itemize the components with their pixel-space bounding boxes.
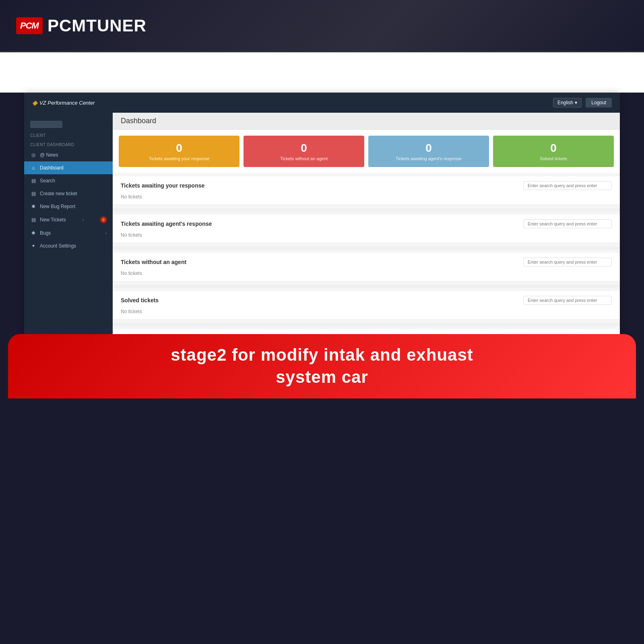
account-settings-icon: ✦ bbox=[30, 243, 37, 249]
bug-report-icon: ✱ bbox=[30, 204, 37, 209]
sidebar-item-news-label: @ News bbox=[40, 152, 58, 158]
stat-label-agent-response: Tickets awaiting agent's response bbox=[374, 156, 483, 161]
stat-number-without-agent: 0 bbox=[250, 142, 358, 155]
stat-number-agent-response: 0 bbox=[374, 142, 483, 155]
divider-1 bbox=[113, 208, 620, 211]
sidebar-item-account-settings[interactable]: ✦ Account Settings bbox=[24, 239, 113, 252]
section-header-solved: Solved tickets bbox=[113, 291, 620, 307]
search-icon: ▤ bbox=[30, 178, 37, 184]
app-window: ◈ VZ Performance Center English ▾ Logout… bbox=[24, 93, 620, 338]
sidebar-item-bugs-label: Bugs bbox=[40, 230, 51, 236]
pcm-logo-icon: PCM bbox=[16, 17, 43, 34]
section-title-without-agent: Tickets without an agent bbox=[121, 259, 186, 265]
sidebar-item-news[interactable]: ◎ @ News bbox=[24, 149, 113, 161]
sidebar-item-create-ticket[interactable]: ▤ Create new ticket bbox=[24, 187, 113, 200]
user-bar bbox=[30, 121, 62, 128]
divider-2 bbox=[113, 246, 620, 250]
language-label: English bbox=[557, 100, 573, 105]
new-tickets-icon: ▤ bbox=[30, 217, 37, 223]
user-section bbox=[24, 117, 113, 130]
sidebar-item-account-settings-label: Account Settings bbox=[40, 243, 76, 249]
stat-number-solved: 0 bbox=[499, 142, 608, 155]
section-without-agent: Tickets without an agent No tickets bbox=[113, 253, 620, 281]
sidebar-item-bug-report-label: New Bug Report bbox=[40, 204, 75, 209]
pcm-logo-text: PCMTUNER bbox=[47, 16, 147, 35]
stat-number-awaiting: 0 bbox=[125, 142, 233, 155]
sidebar-item-dashboard-label: Dashboard bbox=[40, 165, 64, 171]
bottom-line1: stage2 for modify intak and exhuast bbox=[171, 344, 473, 366]
news-icon: ◎ bbox=[30, 152, 37, 158]
divider-4 bbox=[113, 323, 620, 326]
sidebar: CLIENT CLIENT DASHBOARD ◎ @ News ⌂ Dashb… bbox=[24, 113, 113, 338]
search-input-without-agent[interactable] bbox=[523, 258, 612, 266]
bottom-line2: system car bbox=[171, 366, 473, 388]
section-body-without-agent: No tickets bbox=[113, 269, 620, 281]
search-input-solved[interactable] bbox=[523, 296, 612, 305]
section-title-solved: Solved tickets bbox=[121, 297, 159, 303]
app-body: CLIENT CLIENT DASHBOARD ◎ @ News ⌂ Dashb… bbox=[24, 113, 620, 338]
gap-area bbox=[0, 52, 644, 93]
dark-bg-bottom: stage2 for modify intak and exhuast syst… bbox=[0, 338, 644, 398]
sidebar-item-bug-report[interactable]: ✱ New Bug Report bbox=[24, 200, 113, 213]
sidebar-item-bugs[interactable]: ✱ Bugs › bbox=[24, 227, 113, 239]
brand-icon: ◈ bbox=[32, 99, 37, 107]
bottom-banner-text: stage2 for modify intak and exhuast syst… bbox=[171, 344, 473, 388]
language-selector[interactable]: English ▾ bbox=[553, 98, 582, 107]
section-solved-tickets: Solved tickets No tickets bbox=[113, 291, 620, 320]
stat-label-awaiting: Tickets awaiting your response bbox=[125, 156, 233, 161]
logout-button[interactable]: Logout bbox=[586, 98, 612, 107]
header-right: English ▾ Logout bbox=[553, 98, 612, 107]
bugs-icon: ✱ bbox=[30, 230, 37, 236]
stat-label-without-agent: Tickets without an agent bbox=[250, 156, 358, 161]
main-content: Dashboard 0 Tickets awaiting your respon… bbox=[113, 113, 620, 338]
brand-name: VZ Performance Center bbox=[39, 100, 95, 106]
section-header-awaiting: Tickets awaiting your response bbox=[113, 176, 620, 192]
app-brand: ◈ VZ Performance Center bbox=[32, 99, 95, 107]
divider-3 bbox=[113, 285, 620, 288]
section-body-agent: No tickets bbox=[113, 231, 620, 243]
search-input-agent[interactable] bbox=[523, 219, 612, 228]
stat-card-awaiting-response[interactable]: 0 Tickets awaiting your response bbox=[119, 136, 239, 167]
stat-card-solved[interactable]: 0 Solved tickets bbox=[493, 136, 614, 167]
sidebar-item-new-tickets-label: New Tickets bbox=[40, 217, 66, 223]
section-body-awaiting: No tickets bbox=[113, 192, 620, 205]
sidebar-item-create-ticket-label: Create new ticket bbox=[40, 191, 77, 196]
main-header: Dashboard bbox=[113, 113, 620, 130]
app-header: ◈ VZ Performance Center English ▾ Logout bbox=[24, 93, 620, 113]
section-body-solved: No tickets bbox=[113, 307, 620, 320]
sidebar-item-dashboard[interactable]: ⌂ Dashboard bbox=[24, 161, 113, 174]
section-title-awaiting: Tickets awaiting your response bbox=[121, 182, 204, 189]
sidebar-item-search[interactable]: ▤ Search bbox=[24, 174, 113, 187]
stats-row: 0 Tickets awaiting your response 0 Ticke… bbox=[113, 130, 620, 173]
create-ticket-icon: ▤ bbox=[30, 191, 37, 196]
new-tickets-badge: 0 bbox=[100, 217, 107, 223]
bottom-banner: stage2 for modify intak and exhuast syst… bbox=[8, 334, 636, 398]
chevron-down-icon: ▾ bbox=[575, 100, 577, 105]
sidebar-item-search-label: Search bbox=[40, 178, 55, 184]
search-input-awaiting[interactable] bbox=[523, 181, 612, 190]
page-title: Dashboard bbox=[121, 117, 612, 125]
stat-card-without-agent[interactable]: 0 Tickets without an agent bbox=[244, 136, 364, 167]
section-awaiting-response: Tickets awaiting your response No ticket… bbox=[113, 176, 620, 205]
dashboard-icon: ⌂ bbox=[30, 165, 37, 171]
section-header-without-agent: Tickets without an agent bbox=[113, 253, 620, 269]
logo-area: PCM PCMTUNER bbox=[16, 16, 147, 35]
client-label: CLIENT bbox=[24, 130, 113, 139]
stat-card-agent-response[interactable]: 0 Tickets awaiting agent's response bbox=[368, 136, 489, 167]
new-tickets-arrow-icon: › bbox=[83, 218, 84, 222]
sidebar-item-new-tickets[interactable]: ▤ New Tickets › 0 bbox=[24, 213, 113, 227]
section-title-agent: Tickets awaiting agent's response bbox=[121, 221, 212, 227]
top-banner: PCM PCMTUNER bbox=[0, 0, 644, 52]
dashboard-label: CLIENT DASHBOARD bbox=[24, 139, 113, 149]
stat-label-solved: Solved tickets bbox=[499, 156, 608, 161]
bugs-arrow-icon: › bbox=[105, 231, 107, 235]
section-header-agent: Tickets awaiting agent's response bbox=[113, 215, 620, 231]
section-agent-response: Tickets awaiting agent's response No tic… bbox=[113, 215, 620, 243]
